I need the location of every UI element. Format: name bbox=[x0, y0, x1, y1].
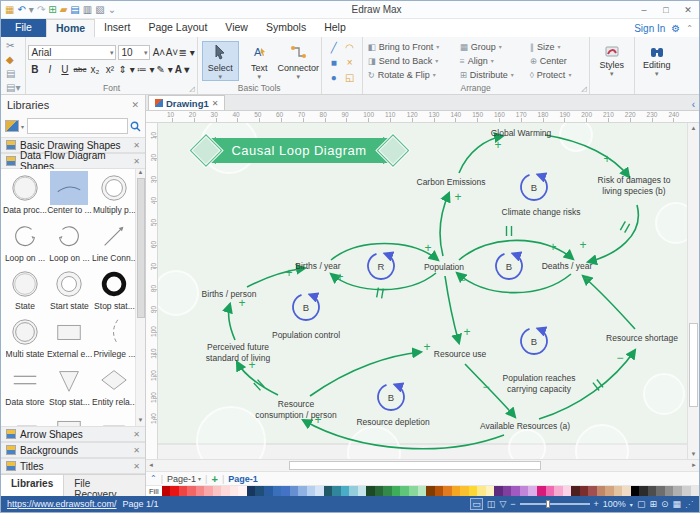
fill-color-swatch[interactable] bbox=[298, 486, 307, 496]
tab-page-layout[interactable]: Page Layout bbox=[139, 19, 216, 37]
zoom-level[interactable]: 100% bbox=[603, 499, 626, 509]
increase-font-button[interactable]: A˄ bbox=[152, 45, 165, 59]
zoom-out-icon[interactable]: − bbox=[510, 499, 515, 509]
fill-color-swatch[interactable] bbox=[665, 486, 674, 496]
diagram-node-carbon-emissions[interactable]: Carbon Emissions bbox=[417, 177, 486, 187]
scroll-left-icon[interactable]: ◄ bbox=[146, 460, 156, 471]
close-button[interactable]: ✕ bbox=[677, 5, 699, 15]
gear-icon[interactable]: ⚙ bbox=[671, 23, 680, 34]
tab-home[interactable]: Home bbox=[46, 19, 95, 37]
paste-icon[interactable]: ▤ bbox=[6, 68, 20, 79]
editing-button[interactable]: Editing▼ bbox=[637, 45, 677, 77]
fill-color-swatch[interactable] bbox=[179, 486, 188, 496]
minimize-button[interactable]: – bbox=[633, 5, 655, 15]
arrange-protect[interactable]: ◊Protect▾ bbox=[527, 68, 587, 82]
scroll-down-icon[interactable]: ▼ bbox=[138, 417, 144, 426]
fill-color-swatch[interactable] bbox=[588, 486, 597, 496]
highlight-button[interactable]: ✎ ▾ bbox=[156, 63, 172, 77]
font-color-button[interactable]: A ▾ bbox=[175, 63, 190, 77]
customize-dropdown-icon[interactable]: ⌄ bbox=[108, 5, 116, 15]
diagram-node-population[interactable]: Population bbox=[424, 262, 464, 272]
fill-color-swatch[interactable] bbox=[460, 486, 469, 496]
library-shape-data-proc-[interactable]: Data proc... bbox=[3, 171, 47, 219]
library-shape-multiply-p-[interactable]: Multiply p... bbox=[92, 171, 135, 219]
library-shape-rect[interactable] bbox=[47, 411, 92, 426]
grid-view-icon[interactable]: ▦ bbox=[672, 499, 681, 509]
library-section-arrow-shapes[interactable]: Arrow Shapes✕ bbox=[1, 426, 145, 442]
library-shape-multi-state[interactable]: Multi state bbox=[3, 315, 47, 363]
tab-help[interactable]: Help bbox=[315, 19, 355, 37]
crop-tool-icon[interactable]: ◱ bbox=[342, 70, 358, 85]
fill-color-swatch[interactable] bbox=[691, 486, 700, 496]
text-tool[interactable]: AText▼ bbox=[241, 41, 278, 81]
fill-color-swatch[interactable] bbox=[273, 486, 282, 496]
pan-zoom-icon[interactable]: ⊞ bbox=[649, 499, 657, 509]
fill-color-swatch[interactable] bbox=[264, 486, 273, 496]
fill-color-swatch[interactable] bbox=[307, 486, 316, 496]
dialog-launcher-icon[interactable]: ◿ bbox=[189, 85, 194, 93]
page-view-icon[interactable]: ◫ bbox=[487, 499, 496, 509]
sidebar-scrollbar[interactable]: ▲ ▼ bbox=[135, 169, 145, 426]
fill-color-swatch[interactable] bbox=[170, 486, 179, 496]
fill-color-swatch[interactable] bbox=[673, 486, 682, 496]
arrange-align[interactable]: ≡Align▾ bbox=[457, 54, 527, 68]
library-picker-icon[interactable] bbox=[5, 120, 19, 132]
rectangle-tool-icon[interactable]: ■ bbox=[326, 55, 342, 70]
fill-color-swatch[interactable] bbox=[238, 486, 247, 496]
erase-tool-icon[interactable]: × bbox=[342, 55, 358, 70]
undo-icon[interactable]: ↶ bbox=[17, 5, 25, 15]
library-shape-data-store[interactable]: Data store bbox=[3, 363, 47, 411]
fill-color-swatch[interactable] bbox=[511, 486, 520, 496]
scrollbar-thumb[interactable] bbox=[289, 461, 541, 470]
library-shape-center-to-[interactable]: Center to ... bbox=[47, 171, 92, 219]
library-section-backgrounds[interactable]: Backgrounds✕ bbox=[1, 442, 145, 458]
fill-color-swatch[interactable] bbox=[213, 486, 222, 496]
arrange-group[interactable]: ▦Group▾ bbox=[457, 40, 527, 54]
format-painter-icon[interactable]: ◆ bbox=[6, 54, 20, 65]
collapse-pagebar-icon[interactable]: ⌃ bbox=[150, 474, 157, 483]
app-icon[interactable]: ▦ bbox=[5, 5, 14, 15]
fill-color-swatch[interactable] bbox=[204, 486, 213, 496]
library-section-data-flow-diagram-shapes[interactable]: Data Flow Diagram Shapes✕ bbox=[1, 153, 145, 169]
add-page-button[interactable]: + bbox=[211, 473, 217, 485]
library-shape-external-e-[interactable]: External e... bbox=[47, 315, 92, 363]
fill-color-swatch[interactable] bbox=[400, 486, 409, 496]
diagram-node-resource-use[interactable]: Resource use bbox=[434, 349, 487, 359]
fill-color-swatch[interactable] bbox=[162, 486, 171, 496]
arrange-distribute[interactable]: ⊞Distribute▾ bbox=[457, 68, 527, 82]
page-tab-active[interactable]: Page-1 bbox=[228, 474, 258, 484]
fill-color-swatch[interactable] bbox=[281, 486, 290, 496]
scroll-up-icon[interactable]: ▲ bbox=[688, 123, 699, 133]
maximize-button[interactable]: □ bbox=[655, 5, 677, 15]
align-button[interactable]: ≣ ▾ bbox=[178, 45, 194, 59]
diagram-node-deaths-per-year[interactable]: Deaths / year bbox=[542, 261, 593, 271]
strikethrough-button[interactable]: abc bbox=[73, 63, 86, 77]
normal-view-icon[interactable]: ▭ bbox=[470, 498, 483, 510]
fill-color-swatch[interactable] bbox=[341, 486, 350, 496]
fill-color-swatch[interactable] bbox=[537, 486, 546, 496]
close-tab-icon[interactable]: ✕ bbox=[212, 99, 219, 108]
fill-color-swatch[interactable] bbox=[221, 486, 230, 496]
cut-icon[interactable]: ✂ bbox=[6, 40, 20, 51]
fill-color-swatch[interactable] bbox=[486, 486, 495, 496]
fill-color-swatch[interactable] bbox=[383, 486, 392, 496]
arrange-size[interactable]: ∥Size▾ bbox=[527, 40, 587, 54]
close-icon[interactable]: ✕ bbox=[133, 141, 140, 150]
close-icon[interactable]: ✕ bbox=[133, 446, 140, 455]
diagram-node-births-per-year[interactable]: Births / year bbox=[295, 261, 341, 271]
arrange-rotate-flip[interactable]: ↻Rotate & Flip▾ bbox=[365, 68, 457, 82]
fill-color-swatch[interactable] bbox=[631, 486, 640, 496]
library-shape-start-state[interactable]: Start state bbox=[47, 267, 92, 315]
fit-page-icon[interactable]: ▢ bbox=[637, 499, 646, 509]
arc-tool-icon[interactable]: ◠ bbox=[342, 40, 358, 55]
open-icon[interactable]: ▰ bbox=[60, 5, 68, 15]
scroll-down-icon[interactable]: ▼ bbox=[688, 449, 699, 459]
undo-dropdown-icon[interactable]: ▾ bbox=[29, 5, 34, 15]
subscript-button[interactable]: x₂ bbox=[88, 63, 101, 77]
close-icon[interactable]: ✕ bbox=[133, 462, 140, 471]
fill-color-swatch[interactable] bbox=[622, 486, 631, 496]
zoom-slider-thumb[interactable] bbox=[546, 500, 550, 508]
library-shape-loop-on-[interactable]: Loop on ... bbox=[47, 219, 92, 267]
fill-color-swatch[interactable] bbox=[648, 486, 657, 496]
fill-color-swatch[interactable] bbox=[324, 486, 333, 496]
